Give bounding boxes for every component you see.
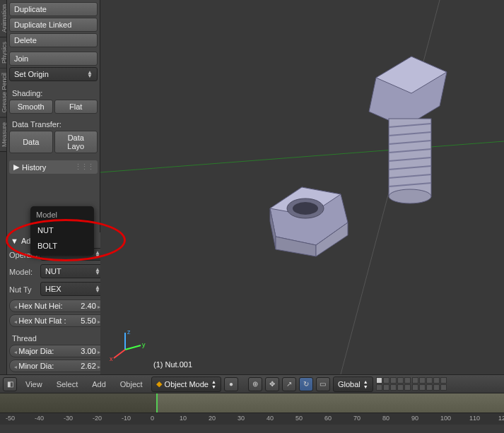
layer-selector[interactable] — [376, 377, 447, 391]
popup-title: Model — [30, 208, 94, 223]
model-dropdown[interactable]: NUT ▲▼ — [40, 264, 105, 278]
hex-nut-height-field[interactable]: Hex Nut Hei: 2.40 — [9, 299, 105, 312]
popup-item-nut[interactable]: NUT — [30, 223, 94, 238]
timeline-tick: 110 — [469, 415, 480, 422]
hex-nut-flat-label: Hex Nut Flat : — [14, 316, 66, 325]
timeline-tick: 80 — [382, 415, 389, 422]
thread-label: Thread — [9, 332, 105, 345]
timeline-tick: -30 — [64, 415, 73, 422]
smooth-button[interactable]: Smooth — [9, 100, 53, 114]
hex-nut-flat-value: 5.50 — [81, 316, 100, 325]
select-menu[interactable]: Select — [51, 377, 84, 391]
vtab-animation[interactable]: Animation — [0, 0, 6, 37]
widget-rotate-icon[interactable]: ↻ — [299, 377, 313, 391]
timeline-pre-range — [0, 393, 156, 413]
timeline-tick: 50 — [295, 415, 303, 422]
svg-text:z: z — [127, 328, 131, 336]
timeline-tick: 40 — [266, 415, 274, 422]
timeline-tick: -20 — [93, 415, 102, 422]
view-menu[interactable]: View — [20, 377, 48, 391]
widget-translate-icon[interactable]: ↗ — [282, 377, 296, 391]
data-layout-button[interactable]: Data Layo — [54, 131, 98, 153]
timeline-tick: -10 — [122, 415, 131, 422]
set-origin-dropdown[interactable]: Set Origin ▲▼ — [9, 67, 98, 81]
orientation-selector[interactable]: Global ▲▼ — [333, 376, 373, 392]
grip-icon: ⋮⋮⋮ — [74, 162, 93, 172]
timeline-ruler[interactable]: -50-40-30-20-100102030405060708090100110… — [0, 413, 504, 425]
major-dia-field[interactable]: Major Dia: 3.00 — [9, 345, 105, 357]
timeline-tick: 30 — [238, 415, 245, 422]
object-menu[interactable]: Object — [115, 377, 148, 391]
vtab-physics[interactable]: Physics — [0, 37, 6, 69]
history-label: History — [22, 163, 46, 172]
nut-type-value: HEX — [45, 285, 61, 293]
flat-button[interactable]: Flat — [54, 100, 98, 114]
history-header[interactable]: ▶ History ⋮⋮⋮ — [9, 160, 98, 174]
model-popup: Model NUT BOLT — [30, 206, 94, 256]
viewport-header: ◧ View Select Add Object ◆ Object Mode ▲… — [0, 374, 504, 393]
viewport-3d[interactable]: z y x (1) Nut.001 — [100, 0, 504, 374]
timeline: -50-40-30-20-100102030405060708090100110… — [0, 393, 504, 433]
timeline-track[interactable] — [0, 393, 504, 413]
minor-dia-label: Minor Dia: — [14, 362, 54, 370]
duplicate-linked-button[interactable]: Duplicate Linked — [9, 18, 98, 32]
timeline-tick: 10 — [180, 415, 187, 422]
minor-dia-value: 2.62 — [81, 362, 100, 370]
duplicate-button[interactable]: Duplicate — [9, 2, 98, 16]
mode-selector[interactable]: ◆ Object Mode ▲▼ — [151, 376, 221, 392]
dropdown-arrows-icon: ▲▼ — [363, 379, 368, 389]
major-dia-label: Major Dia: — [14, 347, 54, 355]
popup-item-bolt[interactable]: BOLT — [30, 238, 94, 254]
timeline-cursor[interactable] — [156, 393, 158, 413]
timeline-tick: -50 — [6, 415, 15, 422]
cube-icon: ◆ — [156, 379, 162, 388]
svg-line-23 — [114, 350, 125, 358]
timeline-tick: 70 — [353, 415, 361, 422]
svg-point-17 — [293, 202, 318, 215]
tool-panel: Duplicate Duplicate Linked Delete Join S… — [7, 0, 100, 374]
join-button[interactable]: Join — [9, 52, 98, 66]
editor-type-icon[interactable]: ◧ — [3, 377, 17, 391]
dropdown-arrows-icon: ▲▼ — [87, 71, 93, 78]
major-dia-value: 3.00 — [81, 347, 100, 355]
shading-sphere-icon[interactable]: ● — [224, 377, 238, 391]
add-menu[interactable]: Add — [86, 377, 112, 391]
vtab-grease-pencil[interactable]: Grease Pencil — [0, 69, 6, 118]
minor-dia-field[interactable]: Minor Dia: 2.62 — [9, 360, 105, 372]
model-value: NUT — [45, 267, 61, 275]
dropdown-arrows-icon: ▲▼ — [95, 285, 100, 292]
timeline-tick: 120 — [498, 415, 504, 422]
svg-line-22 — [125, 345, 141, 350]
vtab-measure[interactable]: Measure — [0, 118, 6, 152]
triangle-right-icon: ▶ — [13, 162, 19, 172]
delete-button[interactable]: Delete — [9, 33, 98, 47]
timeline-tick: 100 — [440, 415, 451, 422]
hex-nut-flat-field[interactable]: Hex Nut Flat : 5.50 — [9, 314, 105, 327]
pivot-icon[interactable]: ⊕ — [248, 377, 262, 391]
active-object-label: (1) Nut.001 — [153, 360, 192, 369]
manipulator-icon[interactable]: ✥ — [265, 377, 279, 391]
svg-point-13 — [389, 189, 431, 203]
data-transfer-label: Data Transfer: — [9, 118, 98, 131]
nut-type-dropdown[interactable]: HEX ▲▼ — [40, 282, 105, 296]
dropdown-arrows-icon: ▲▼ — [211, 379, 216, 389]
set-origin-label: Set Origin — [14, 70, 49, 78]
timeline-tick: 0 — [151, 415, 154, 422]
timeline-tick: -40 — [35, 415, 44, 422]
dropdown-arrows-icon: ▲▼ — [95, 251, 100, 258]
widget-scale-icon[interactable]: ▭ — [316, 377, 330, 391]
shading-label: Shading: — [9, 87, 98, 100]
dropdown-arrows-icon: ▲▼ — [95, 268, 100, 275]
mode-label: Object Mode — [165, 380, 209, 388]
timeline-tick: 20 — [209, 415, 216, 422]
svg-line-0 — [100, 141, 504, 172]
data-button[interactable]: Data — [9, 131, 53, 153]
svg-text:x: x — [110, 355, 113, 362]
viewport-scene: z y x — [100, 0, 504, 374]
timeline-tick: 60 — [324, 415, 332, 422]
hex-nut-height-value: 2.40 — [81, 302, 100, 310]
nut-type-label: Nut Ty — [9, 285, 37, 294]
vertical-tabs: Animation Physics Grease Pencil Measure — [0, 0, 7, 374]
model-label: Model: — [9, 268, 37, 276]
svg-text:y: y — [142, 341, 146, 348]
